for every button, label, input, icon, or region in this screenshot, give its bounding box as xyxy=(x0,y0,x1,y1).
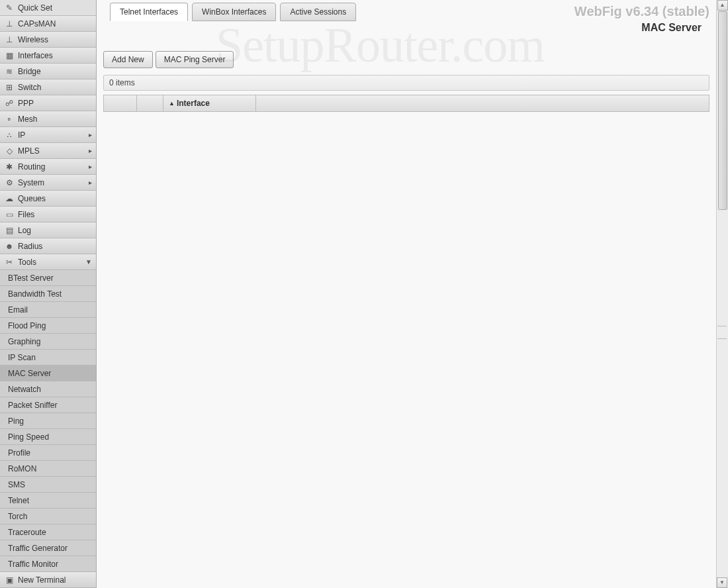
queues-icon: ☁ xyxy=(4,193,15,204)
sidebar-sub-label: Flood Ping xyxy=(8,321,46,330)
sidebar-sub-label: MAC Server xyxy=(8,369,51,378)
sidebar-item-label: Log xyxy=(18,226,31,235)
toolbar: Add New MAC Ping Server xyxy=(97,39,716,75)
sidebar-sub-graphing[interactable]: Graphing xyxy=(0,334,96,350)
tabs: Telnet Interfaces WinBox Interfaces Acti… xyxy=(103,3,363,21)
sidebar-item-mpls[interactable]: ◇MPLS▸ xyxy=(0,143,96,159)
sidebar-item-routing[interactable]: ✱Routing▸ xyxy=(0,159,96,175)
antenna-icon: ⊥ xyxy=(4,19,15,29)
mpls-icon: ◇ xyxy=(4,146,15,156)
chevron-right-icon: ▸ xyxy=(89,179,92,186)
sidebar-item-queues[interactable]: ☁Queues xyxy=(0,191,96,207)
ppp-icon: ☍ xyxy=(4,98,15,109)
sidebar-sub-traffic-monitor[interactable]: Traffic Monitor xyxy=(0,556,96,572)
sidebar-sub-label: Traffic Monitor xyxy=(8,560,58,569)
sidebar-sub-ping[interactable]: Ping xyxy=(0,413,96,429)
sidebar-sub-sms[interactable]: SMS xyxy=(0,477,96,493)
add-new-button[interactable]: Add New xyxy=(103,51,153,68)
tab-label: WinBox Interfaces xyxy=(202,7,266,17)
sidebar-sub-ping-speed[interactable]: Ping Speed xyxy=(0,429,96,445)
sidebar-sub-netwatch[interactable]: Netwatch xyxy=(0,381,96,397)
table-col-interface[interactable]: ▲ Interface xyxy=(163,95,256,111)
sidebar-sub-torch[interactable]: Torch xyxy=(0,509,96,524)
sidebar-sub-btest-server[interactable]: BTest Server xyxy=(0,270,96,286)
sidebar-sub-profile[interactable]: Profile xyxy=(0,445,96,461)
sidebar-item-mesh[interactable]: ∘Mesh xyxy=(0,111,96,127)
table-col-blank1[interactable] xyxy=(104,95,137,111)
sidebar-item-label: Queues xyxy=(18,194,46,203)
tab-active-sessions[interactable]: Active Sessions xyxy=(280,3,356,21)
sidebar-item-interfaces[interactable]: ▦Interfaces xyxy=(0,48,96,64)
sidebar-sub-romon[interactable]: RoMON xyxy=(0,461,96,477)
sidebar-sub-traffic-generator[interactable]: Traffic Generator xyxy=(0,540,96,556)
ip-icon: ⛬ xyxy=(4,130,15,140)
sidebar-sub-label: SMS xyxy=(8,480,25,489)
chevron-right-icon: ▸ xyxy=(89,163,92,170)
sidebar-sub-label: Profile xyxy=(8,448,30,458)
table-header: ▲ Interface xyxy=(103,95,709,112)
sidebar-item-quick-set[interactable]: ✎Quick Set xyxy=(0,0,96,16)
sidebar-item-files[interactable]: ▭Files xyxy=(0,207,96,222)
sidebar-item-label: Interfaces xyxy=(18,51,53,60)
main-content: SetupRouter.com Telnet Interfaces WinBox… xyxy=(97,0,716,588)
page-title: MAC Server xyxy=(574,19,709,39)
sidebar: ✎Quick Set ⊥CAPsMAN ⊥Wireless ▦Interface… xyxy=(0,0,97,588)
sidebar-sub-label: Traceroute xyxy=(8,528,46,537)
sidebar-item-label: Mesh xyxy=(18,115,37,124)
sidebar-item-label: Routing xyxy=(18,162,45,172)
sidebar-sub-telnet[interactable]: Telnet xyxy=(0,493,96,509)
sidebar-sub-ip-scan[interactable]: IP Scan xyxy=(0,350,96,366)
sidebar-item-label: System xyxy=(18,178,44,187)
item-count: 0 items xyxy=(109,78,135,87)
sidebar-sub-mac-server[interactable]: MAC Server xyxy=(0,366,96,381)
sidebar-sub-label: Email xyxy=(8,305,28,315)
sidebar-item-label: CAPsMAN xyxy=(18,19,56,28)
sidebar-item-log[interactable]: ▤Log xyxy=(0,222,96,238)
sidebar-item-bridge[interactable]: ≋Bridge xyxy=(0,64,96,79)
vertical-scrollbar[interactable]: ▲ ▼ xyxy=(716,0,728,588)
sidebar-item-label: Radius xyxy=(18,242,42,251)
sidebar-item-label: Files xyxy=(18,210,34,219)
terminal-icon: ▣ xyxy=(4,575,15,585)
table-col-blank2[interactable] xyxy=(137,95,163,111)
sidebar-item-label: Quick Set xyxy=(18,3,52,13)
sidebar-sub-bandwidth-test[interactable]: Bandwidth Test xyxy=(0,286,96,302)
sidebar-item-radius[interactable]: ☻Radius xyxy=(0,238,96,254)
sidebar-sub-label: Traffic Generator xyxy=(8,544,68,553)
sidebar-item-label: MPLS xyxy=(18,146,40,156)
sidebar-sub-label: Graphing xyxy=(8,337,40,346)
sidebar-item-switch[interactable]: ⊞Switch xyxy=(0,79,96,95)
sidebar-sub-traceroute[interactable]: Traceroute xyxy=(0,524,96,540)
sidebar-item-ppp[interactable]: ☍PPP xyxy=(0,95,96,111)
tab-telnet-interfaces[interactable]: Telnet Interfaces xyxy=(110,3,188,21)
sidebar-item-label: Tools xyxy=(18,258,36,267)
scroll-up-button[interactable]: ▲ xyxy=(717,0,728,11)
sidebar-item-label: New Terminal xyxy=(18,575,66,585)
tools-icon: ✂ xyxy=(4,257,15,268)
switch-icon: ⊞ xyxy=(4,82,15,93)
sidebar-item-new-terminal[interactable]: ▣New Terminal xyxy=(0,572,96,588)
sidebar-item-system[interactable]: ⚙System▸ xyxy=(0,175,96,191)
tab-winbox-interfaces[interactable]: WinBox Interfaces xyxy=(192,3,276,21)
scroll-thumb[interactable] xyxy=(718,11,727,210)
sidebar-sub-label: IP Scan xyxy=(8,353,36,362)
sidebar-sub-label: Ping Speed xyxy=(8,432,49,442)
wrench-icon: ✎ xyxy=(4,3,15,13)
sidebar-sub-label: RoMON xyxy=(8,464,36,473)
table-col-rest xyxy=(256,95,709,111)
sidebar-item-label: PPP xyxy=(18,99,34,108)
gear-icon: ⚙ xyxy=(4,177,15,188)
sidebar-sub-packet-sniffer[interactable]: Packet Sniffer xyxy=(0,397,96,413)
scroll-down-button[interactable]: ▼ xyxy=(717,577,727,588)
sidebar-item-capsman[interactable]: ⊥CAPsMAN xyxy=(0,16,96,32)
sidebar-sub-flood-ping[interactable]: Flood Ping xyxy=(0,318,96,334)
mesh-icon: ∘ xyxy=(4,114,15,124)
sidebar-sub-label: Netwatch xyxy=(8,385,41,394)
mac-ping-server-button[interactable]: MAC Ping Server xyxy=(156,51,234,68)
sidebar-sub-email[interactable]: Email xyxy=(0,302,96,318)
sidebar-item-tools[interactable]: ✂Tools▼ xyxy=(0,254,96,270)
sidebar-item-ip[interactable]: ⛬IP▸ xyxy=(0,127,96,143)
log-icon: ▤ xyxy=(4,225,15,236)
scroll-notch xyxy=(717,326,727,339)
sidebar-item-wireless[interactable]: ⊥Wireless xyxy=(0,32,96,48)
